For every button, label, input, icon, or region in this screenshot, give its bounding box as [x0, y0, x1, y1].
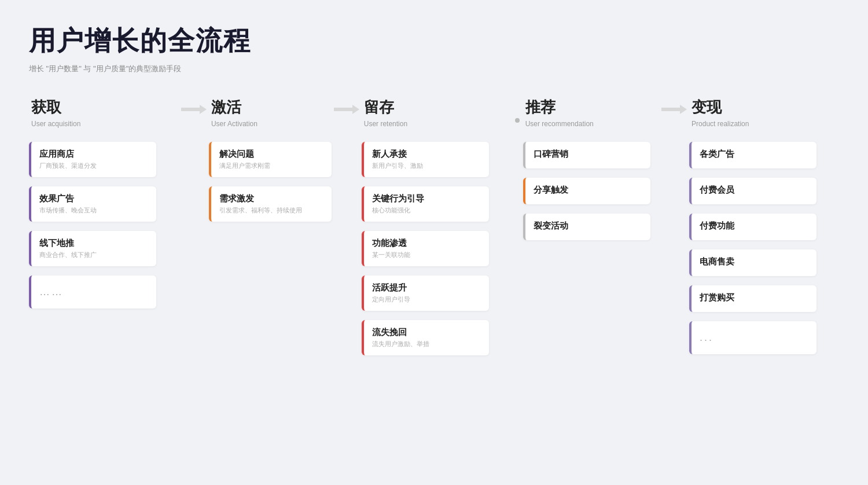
card-feature-penetration: 功能渗透 某一关联功能: [362, 231, 489, 266]
stage-acquisition-header: 获取 User acquisition: [29, 97, 80, 128]
card-effect-ads: 效果广告 市场传播、晚会互动: [29, 186, 156, 222]
card-new-user-onboard: 新人承接 新用户引导、激励: [362, 142, 489, 177]
stage-activation-header: 激活 User Activation: [209, 97, 258, 128]
card-active-boost: 活跃提升 定向用户引导: [362, 275, 489, 311]
stage-recommendation-header: 推荐 User recommendation: [523, 97, 594, 128]
stage-acquisition: 获取 User acquisition 应用商店 厂商预装、渠道分发 效果广告 …: [29, 97, 179, 308]
card-tip-purchase: 打赏购买: [689, 285, 816, 312]
stage-activation: 激活 User Activation 解决问题 满足用户需求刚需 需求激发 引发…: [209, 97, 332, 222]
stage-recommendation-cards: 口碑营销 分享触发 裂变活动: [523, 142, 659, 240]
arrow-1: [179, 97, 209, 116]
stage-realization-cards: 各类广告 付费会员 付费功能 电商售卖 打赏购买 ...: [689, 142, 839, 354]
page-title: 用户增长的全流程: [29, 23, 839, 59]
stage-realization-name: 变现: [692, 97, 749, 117]
stage-retention-header: 留存 User retention: [362, 97, 407, 128]
stage-activation-en: User Activation: [211, 120, 258, 128]
card-offline: 线下地推 商业合作、线下推广: [29, 231, 156, 266]
stage-acquisition-en: User acquisition: [31, 120, 80, 128]
stage-recommendation-name: 推荐: [525, 97, 594, 117]
card-word-of-mouth: 口碑营销: [523, 142, 650, 168]
card-key-behavior: 关键行为引导 核心功能强化: [362, 186, 489, 222]
arrow-2: [332, 97, 362, 116]
dot: [515, 118, 520, 123]
card-paid-feature: 付费功能: [689, 214, 816, 240]
stage-recommendation-en: User recommendation: [525, 120, 594, 128]
dot-connector: [512, 97, 523, 123]
card-various-ads: 各类广告: [689, 142, 816, 168]
flow-container: 获取 User acquisition 应用商店 厂商预装、渠道分发 效果广告 …: [29, 97, 839, 355]
stage-acquisition-cards: 应用商店 厂商预装、渠道分发 效果广告 市场传播、晚会互动 线下地推 商业合作、…: [29, 142, 179, 308]
page-subtitle: 增长 "用户数量" 与 "用户质量"的典型激励手段: [29, 64, 839, 74]
stage-recommendation: 推荐 User recommendation 口碑营销 分享触发 裂变活动: [523, 97, 659, 240]
stage-retention-en: User retention: [364, 120, 407, 128]
stage-activation-name: 激活: [211, 97, 258, 117]
card-paid-member: 付费会员: [689, 178, 816, 204]
card-churn-recovery: 流失挽回 流失用户激励、举措: [362, 320, 489, 355]
card-solve-problem: 解决问题 满足用户需求刚需: [209, 142, 332, 177]
arrow-3: [659, 97, 689, 116]
card-app-store: 应用商店 厂商预装、渠道分发: [29, 142, 156, 177]
card-share-trigger: 分享触发: [523, 178, 650, 204]
stage-realization-en: Product realization: [692, 120, 749, 128]
card-realization-more: ...: [689, 321, 816, 354]
card-acquisition-more: ……: [29, 275, 156, 308]
card-viral-activity: 裂变活动: [523, 214, 650, 240]
stage-realization-header: 变现 Product realization: [689, 97, 749, 128]
card-ecommerce: 电商售卖: [689, 249, 816, 276]
stage-retention: 留存 User retention 新人承接 新用户引导、激励 关键行为引导 核…: [362, 97, 512, 355]
card-need-stimulate: 需求激发 引发需求、福利等、持续使用: [209, 186, 332, 222]
stage-retention-name: 留存: [364, 97, 407, 117]
stage-activation-cards: 解决问题 满足用户需求刚需 需求激发 引发需求、福利等、持续使用: [209, 142, 332, 222]
stage-acquisition-name: 获取: [31, 97, 80, 117]
stage-retention-cards: 新人承接 新用户引导、激励 关键行为引导 核心功能强化 功能渗透 某一关联功能 …: [362, 142, 512, 355]
stage-realization: 变现 Product realization 各类广告 付费会员 付费功能 电商…: [689, 97, 839, 354]
